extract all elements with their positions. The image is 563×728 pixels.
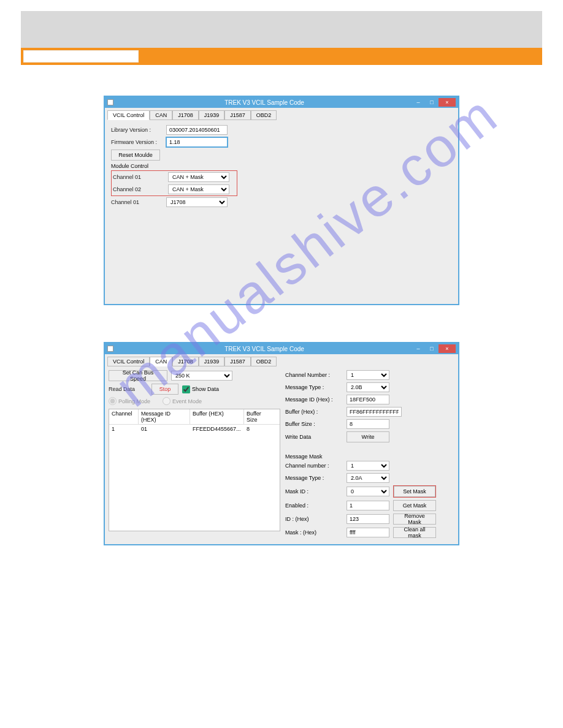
data-listview[interactable]: Channel Message ID (HEX) Buffer (HEX) Bu… — [109, 409, 280, 531]
write-button[interactable]: Write — [347, 431, 389, 442]
ch01-label: Channel 01 — [113, 174, 168, 180]
id-hex-input[interactable] — [347, 514, 389, 524]
window-buttons: – □ × — [412, 344, 456, 353]
fw-version-input[interactable] — [166, 137, 228, 147]
app-icon — [107, 346, 113, 352]
reset-module-button[interactable]: Reset Moulde — [111, 150, 160, 161]
ch01b-label: Channel 01 — [111, 199, 166, 205]
tab-can[interactable]: CAN — [150, 110, 172, 120]
titlebar-1[interactable]: TREK V3 VCIL Sample Code – □ × — [105, 97, 458, 108]
listview-row[interactable]: 1 01 FFEEDD4455667... 8 — [109, 425, 280, 433]
cell-channel: 1 — [109, 425, 139, 433]
channel-highlight-box: Channel 01 CAN + Mask Channel 02 CAN + M… — [111, 170, 237, 196]
mask-id-select[interactable]: 0 — [347, 487, 389, 496]
ch-num-select[interactable]: 1 — [347, 370, 389, 380]
tab-j1939[interactable]: J1939 — [199, 357, 225, 366]
left-pane: Set Can Bus Speed 250 K Read Data Stop S… — [109, 370, 280, 540]
app-window-2: TREK V3 VCIL Sample Code – □ × VCIL Cont… — [104, 342, 459, 545]
id-hex-row: ID : (Hex) Remove Mask — [285, 514, 454, 525]
tab-vcil-control[interactable]: VCIL Control — [107, 110, 150, 120]
panel-1: Library Version : Firmware Version : Res… — [105, 120, 458, 304]
cell-msgid: 01 — [139, 425, 190, 433]
tab-j1708[interactable]: J1708 — [172, 110, 199, 120]
get-mask-button[interactable]: Get Mask — [393, 500, 436, 511]
right-pane: Channel Number : 1 Message Type : 2.0B M… — [285, 370, 454, 540]
col-buffer: Buffer (HEX) — [190, 409, 244, 424]
maximize-button[interactable]: □ — [425, 344, 439, 353]
tab-j1939[interactable]: J1939 — [199, 110, 225, 120]
msg-type-select[interactable]: 2.0B — [347, 382, 389, 392]
mask-hex-row: Mask : (Hex) Clean all mask — [285, 527, 454, 538]
m-type-label: Message Type : — [285, 475, 347, 481]
write-data-row: Write Data Write — [285, 431, 454, 442]
ch02-select[interactable]: CAN + Mask — [168, 184, 229, 194]
m-ch-select[interactable]: 1 — [347, 461, 389, 471]
ch01b-select[interactable]: J1708 — [166, 197, 228, 207]
fw-version-label: Firmware Version : — [111, 139, 166, 145]
tab-vcil-control[interactable]: VCIL Control — [107, 357, 150, 366]
enabled-row: Enabled : Get Mask — [285, 500, 454, 511]
close-button[interactable]: × — [439, 344, 456, 353]
speed-select[interactable]: 250 K — [171, 371, 232, 381]
buffer-size-input[interactable] — [347, 419, 389, 429]
read-data-label: Read Data — [109, 386, 151, 392]
tab-obd2[interactable]: OBD2 — [251, 357, 277, 366]
lib-version-row: Library Version : — [111, 125, 452, 135]
window-title: TREK V3 VCIL Sample Code — [117, 346, 412, 352]
minimize-button[interactable]: – — [412, 344, 425, 353]
maximize-button[interactable]: □ — [425, 98, 439, 107]
enabled-label: Enabled : — [285, 502, 347, 509]
mask-id-row: Mask ID : 0 Set Mask — [285, 485, 454, 498]
msg-type-row: Message Type : 2.0B — [285, 382, 454, 392]
message-mask-label: Message Mask — [285, 453, 454, 460]
remove-mask-button[interactable]: Remove Mask — [393, 514, 436, 525]
ch-num-label: Channel Number : — [285, 372, 347, 378]
reset-row: Reset Moulde — [111, 150, 452, 161]
ch02-label: Channel 02 — [113, 186, 168, 192]
speed-row: Set Can Bus Speed 250 K — [109, 370, 280, 381]
polling-mode-radio — [109, 397, 117, 405]
event-mode-label: Event Mode — [172, 398, 202, 404]
m-ch-row: Channel number : 1 — [285, 461, 454, 471]
fw-version-row: Firmware Version : — [111, 137, 452, 147]
m-ch-label: Channel number : — [285, 463, 347, 469]
set-mask-highlight: Set Mask — [393, 485, 436, 498]
cell-buffer: FFEEDD4455667... — [190, 425, 244, 433]
write-data-label: Write Data — [285, 434, 347, 440]
show-data-label: Show Data — [192, 386, 219, 392]
clean-all-mask-button[interactable]: Clean all mask — [393, 527, 436, 538]
enabled-input[interactable] — [347, 501, 389, 510]
id-hex-label: ID : (Hex) — [285, 516, 347, 522]
tab-obd2[interactable]: OBD2 — [251, 110, 277, 120]
minimize-button[interactable]: – — [412, 98, 425, 107]
mask-hex-input[interactable] — [347, 528, 389, 537]
ch01-select[interactable]: CAN + Mask — [168, 172, 229, 182]
window-buttons: – □ × — [412, 98, 456, 107]
tab-j1587[interactable]: J1587 — [224, 110, 251, 120]
cell-bufsize: 8 — [244, 425, 275, 433]
titlebar-2[interactable]: TREK V3 VCIL Sample Code – □ × — [105, 343, 458, 354]
buffer-size-row: Buffer Size : — [285, 419, 454, 429]
app-window-1: TREK V3 VCIL Sample Code – □ × VCIL Cont… — [104, 96, 459, 305]
tab-can[interactable]: CAN — [150, 357, 172, 366]
m-type-select[interactable]: 2.0A — [347, 473, 389, 483]
col-msgid: Message ID (HEX) — [139, 409, 190, 424]
buffer-input[interactable] — [347, 407, 402, 417]
set-mask-button[interactable]: Set Mask — [394, 486, 435, 497]
m-type-row: Message Type : 2.0A — [285, 473, 454, 483]
content: TREK V3 VCIL Sample Code – □ × VCIL Cont… — [0, 65, 563, 545]
lib-version-input[interactable] — [166, 125, 228, 135]
mode-row: Polling Mode Event Mode — [109, 397, 280, 405]
ch-num-row: Channel Number : 1 — [285, 370, 454, 380]
stop-button[interactable]: Stop — [151, 384, 178, 395]
msg-id-label: Message ID (Hex) : — [285, 396, 347, 403]
msg-id-row: Message ID (Hex) : — [285, 395, 454, 404]
close-button[interactable]: × — [439, 98, 456, 107]
buffer-row: Buffer (Hex) : — [285, 407, 454, 417]
tab-j1587[interactable]: J1587 — [224, 357, 251, 366]
set-can-speed-button[interactable]: Set Can Bus Speed — [109, 370, 167, 381]
show-data-checkbox[interactable] — [182, 385, 190, 393]
msg-id-input[interactable] — [347, 395, 389, 404]
tab-j1708[interactable]: J1708 — [172, 357, 199, 366]
polling-mode-label: Polling Mode — [118, 398, 150, 404]
